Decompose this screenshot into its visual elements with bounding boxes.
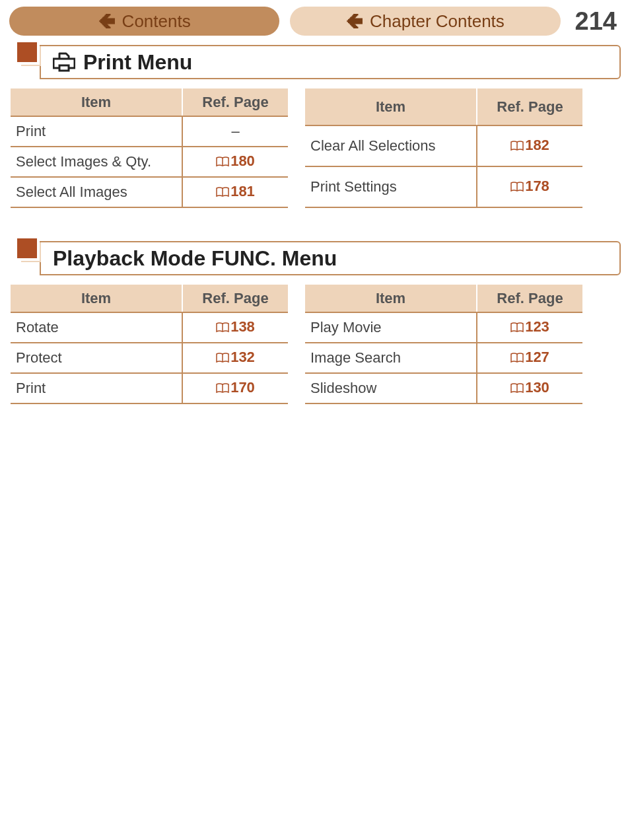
book-icon	[510, 380, 524, 398]
section-title: Print Menu	[53, 50, 192, 75]
table-row: Select All Images 181	[11, 177, 288, 207]
item-cell: Image Search	[305, 343, 477, 373]
section-header: Playback Mode FUNC. Menu	[40, 241, 621, 275]
item-cell: Protect	[11, 343, 182, 373]
item-cell: Print Settings	[305, 166, 477, 207]
table-row: Clear All Selections 182	[305, 125, 582, 166]
table-row: Rotate 138	[11, 312, 288, 343]
ref-cell: –	[182, 116, 288, 147]
item-cell: Print	[11, 373, 182, 403]
table-row: Print –	[11, 116, 288, 147]
book-icon	[510, 179, 524, 196]
book-icon	[510, 350, 524, 367]
section-title: Playback Mode FUNC. Menu	[53, 246, 337, 271]
page-number: 214	[571, 7, 621, 36]
table-row: Print Settings 178	[305, 166, 582, 207]
book-icon	[510, 138, 524, 155]
book-icon	[216, 184, 229, 201]
ref-cell[interactable]: 170	[182, 373, 288, 403]
table-header-item: Item	[11, 88, 182, 116]
book-icon	[216, 320, 229, 337]
contents-button[interactable]: 🡸 Contents	[9, 7, 279, 36]
menu-table-right: Item Ref. Page Clear All Selections 182 …	[305, 88, 582, 208]
book-icon	[216, 154, 229, 171]
book-icon	[216, 380, 229, 398]
menu-table-left: Item Ref. Page Rotate 138 Protect 132 Pr…	[11, 285, 288, 404]
section-print-menu: Print Menu Item Ref. Page Print – Select…	[0, 45, 630, 221]
item-cell: Slideshow	[305, 373, 477, 403]
item-cell: Select All Images	[11, 177, 182, 207]
table-header-ref: Ref. Page	[477, 88, 582, 125]
ref-cell[interactable]: 132	[182, 343, 288, 373]
back-arrow-icon: 🡸	[98, 11, 116, 32]
table-row: Image Search 127	[305, 343, 582, 373]
menu-table-right: Item Ref. Page Play Movie 123 Image Sear…	[305, 285, 582, 404]
top-nav: 🡸 Contents 🡸 Chapter Contents 214	[0, 0, 630, 38]
table-row: Print 170	[11, 373, 288, 403]
ref-cell[interactable]: 127	[477, 343, 582, 373]
book-icon	[510, 320, 524, 337]
ref-cell[interactable]: 123	[477, 312, 582, 343]
ref-cell[interactable]: 178	[477, 166, 582, 207]
item-cell: Select Images & Qty.	[11, 147, 182, 177]
item-cell: Print	[11, 116, 182, 147]
table-header-ref: Ref. Page	[477, 285, 582, 312]
table-header-ref: Ref. Page	[182, 285, 288, 312]
section-title-text: Print Menu	[83, 50, 192, 75]
table-header-item: Item	[11, 285, 182, 312]
item-cell: Play Movie	[305, 312, 477, 343]
section-title-text: Playback Mode FUNC. Menu	[53, 246, 337, 271]
chapter-contents-button[interactable]: 🡸 Chapter Contents	[290, 7, 560, 36]
item-cell: Clear All Selections	[305, 125, 477, 166]
section-header: Print Menu	[40, 45, 621, 79]
tables-row: Item Ref. Page Rotate 138 Protect 132 Pr…	[9, 285, 621, 404]
table-header-ref: Ref. Page	[182, 88, 288, 116]
menu-table-left: Item Ref. Page Print – Select Images & Q…	[11, 88, 288, 208]
table-row: Select Images & Qty. 180	[11, 147, 288, 177]
section-playback-func-menu: Playback Mode FUNC. Menu Item Ref. Page …	[0, 241, 630, 417]
chapter-contents-label: Chapter Contents	[370, 11, 505, 32]
ref-cell[interactable]: 130	[477, 373, 582, 403]
ref-cell[interactable]: 181	[182, 177, 288, 207]
back-arrow-icon: 🡸	[346, 11, 363, 32]
ref-cell[interactable]: 138	[182, 312, 288, 343]
table-row: Play Movie 123	[305, 312, 582, 343]
ref-cell[interactable]: 180	[182, 147, 288, 177]
print-icon	[53, 52, 75, 72]
ref-cell[interactable]: 182	[477, 125, 582, 166]
contents-label: Contents	[122, 11, 191, 32]
svg-rect-1	[59, 65, 69, 71]
table-header-item: Item	[305, 285, 477, 312]
table-header-item: Item	[305, 88, 477, 125]
item-cell: Rotate	[11, 312, 182, 343]
table-row: Slideshow 130	[305, 373, 582, 403]
table-row: Protect 132	[11, 343, 288, 373]
book-icon	[216, 350, 229, 367]
tables-row: Item Ref. Page Print – Select Images & Q…	[9, 88, 621, 208]
